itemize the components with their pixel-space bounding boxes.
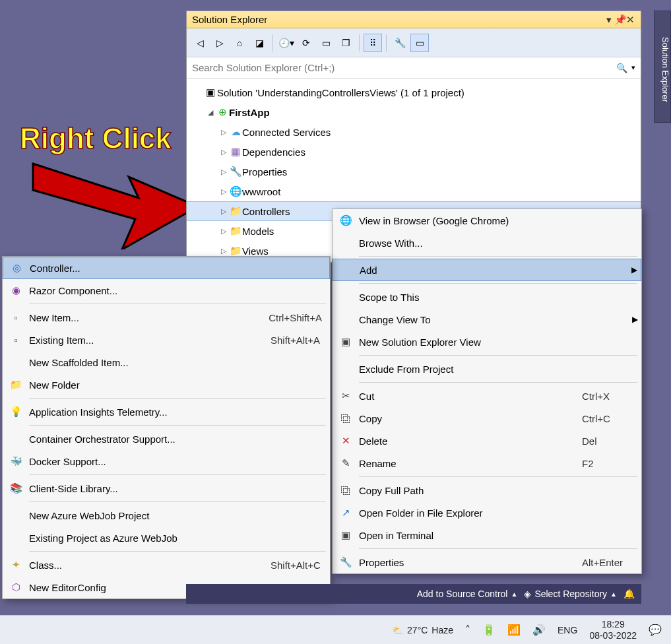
menu-delete[interactable]: ✕DeleteDel bbox=[333, 430, 641, 452]
search-box[interactable]: 🔍 ▾ bbox=[187, 57, 641, 79]
submenu-new-webjob[interactable]: New Azure WebJob Project bbox=[3, 504, 330, 527]
home-icon[interactable]: ⌂ bbox=[230, 34, 249, 52]
status-add-source-control[interactable]: Add to Source Control▲ bbox=[417, 589, 518, 599]
switch-view-icon[interactable]: ◪ bbox=[250, 34, 269, 52]
submenu-controller[interactable]: ◎Controller... bbox=[3, 257, 330, 279]
menu-cut[interactable]: ✂CutCtrl+X bbox=[333, 385, 641, 407]
menu-divider bbox=[29, 501, 326, 502]
preview-selected-items-icon[interactable]: ▭ bbox=[410, 34, 429, 52]
new-item-icon: ▫ bbox=[3, 312, 29, 323]
show-all-files-icon[interactable]: ❐ bbox=[336, 34, 355, 52]
taskbar-language[interactable]: ENG bbox=[558, 625, 577, 635]
taskbar-battery-icon[interactable]: 🔋 bbox=[482, 624, 495, 636]
properties-node[interactable]: ▷🔧 Properties bbox=[187, 162, 641, 181]
taskbar-volume-icon[interactable]: 🔊 bbox=[532, 624, 546, 636]
menu-new-solution-view[interactable]: ▣New Solution Explorer View bbox=[333, 331, 641, 353]
repo-icon: ◈ bbox=[524, 589, 531, 599]
menu-rename[interactable]: ✎RenameF2 bbox=[333, 452, 641, 474]
nav-forward-icon[interactable]: ▷ bbox=[210, 34, 229, 52]
razor-icon: ◉ bbox=[3, 284, 29, 296]
copy-path-icon: ⿻ bbox=[333, 485, 359, 496]
project-node[interactable]: ◢⊕ FirstApp bbox=[187, 102, 641, 122]
connected-services-node[interactable]: ▷☁ Connected Services bbox=[187, 122, 641, 142]
search-input[interactable] bbox=[192, 62, 616, 73]
globe-icon: 🌐 bbox=[229, 185, 242, 197]
connected-services-icon: ☁ bbox=[229, 126, 242, 138]
pending-changes-filter-icon[interactable]: 🕘▾ bbox=[277, 34, 296, 52]
menu-copy-full-path[interactable]: ⿻Copy Full Path bbox=[333, 479, 641, 501]
panel-titlebar: Solution Explorer ▾ 📌 ✕ bbox=[187, 11, 641, 28]
collapse-all-icon[interactable]: ▭ bbox=[317, 34, 335, 52]
taskbar-weather[interactable]: ⛅ 27°C Haze bbox=[392, 625, 453, 635]
sync-icon[interactable]: ⟳ bbox=[297, 34, 315, 52]
menu-browse-with[interactable]: Browse With... bbox=[333, 232, 641, 254]
annotation-arrow-icon bbox=[26, 150, 198, 249]
windows-taskbar: ⛅ 27°C Haze ˄ 🔋 📶 🔊 ENG 18:29 08-03-2022… bbox=[0, 615, 671, 644]
menu-open-terminal[interactable]: ▣Open in Terminal bbox=[333, 524, 641, 546]
panel-toolbar: ◁ ▷ ⌂ ◪ 🕘▾ ⟳ ▭ ❐ ⠿ 🔧 ▭ bbox=[187, 28, 641, 57]
status-notifications-icon[interactable]: 🔔 bbox=[623, 589, 635, 599]
folder-icon: 📁 bbox=[229, 205, 242, 217]
menu-change-view-to[interactable]: Change View To▶ bbox=[333, 308, 641, 331]
open-external-icon: ↗ bbox=[333, 507, 359, 519]
window-pin-icon[interactable]: 📌 bbox=[614, 14, 625, 26]
window-dropdown-icon[interactable]: ▾ bbox=[604, 14, 614, 26]
csharp-project-icon: ⊕ bbox=[216, 106, 229, 118]
menu-view-in-browser[interactable]: 🌐 View in Browser (Google Chrome) bbox=[333, 209, 641, 232]
menu-divider bbox=[359, 382, 637, 383]
dependencies-node[interactable]: ▷▦ Dependencies bbox=[187, 142, 641, 162]
submenu-app-insights[interactable]: 💡Application Insights Telemetry... bbox=[3, 401, 330, 423]
menu-exclude[interactable]: Exclude From Project bbox=[333, 358, 641, 380]
menu-divider bbox=[29, 425, 326, 426]
status-select-repository[interactable]: ◈ Select Repository▲ bbox=[524, 589, 617, 599]
wrench-icon: 🔧 bbox=[229, 166, 242, 177]
panel-title-text: Solution Explorer bbox=[192, 14, 604, 25]
solution-explorer-vertical-tab[interactable]: Solution Explorer bbox=[654, 11, 671, 123]
taskbar-clock[interactable]: 18:29 08-03-2022 bbox=[589, 619, 637, 640]
properties-icon[interactable]: 🔧 bbox=[391, 34, 409, 52]
class-icon: ✦ bbox=[3, 559, 29, 571]
submenu-new-folder[interactable]: 📁New Folder bbox=[3, 373, 330, 396]
search-icon[interactable]: 🔍 bbox=[616, 63, 627, 73]
submenu-new-item[interactable]: ▫New Item...Ctrl+Shift+A bbox=[3, 306, 330, 329]
menu-divider bbox=[359, 283, 637, 284]
taskbar-chevron-up-icon[interactable]: ˄ bbox=[465, 624, 470, 636]
submenu-razor-component[interactable]: ◉Razor Component... bbox=[3, 279, 330, 302]
delete-icon: ✕ bbox=[333, 435, 359, 447]
cut-icon: ✂ bbox=[333, 390, 359, 402]
menu-scope-to-this[interactable]: Scope to This bbox=[333, 286, 641, 308]
menu-copy[interactable]: ⿻CopyCtrl+C bbox=[333, 407, 641, 430]
browser-icon: 🌐 bbox=[333, 214, 359, 226]
nav-back-icon[interactable]: ◁ bbox=[191, 34, 209, 52]
menu-open-folder[interactable]: ↗Open Folder in File Explorer bbox=[333, 501, 641, 524]
vs-statusbar: Add to Source Control▲ ◈ Select Reposito… bbox=[186, 584, 641, 604]
menu-divider bbox=[29, 474, 326, 475]
submenu-arrow-icon: ▶ bbox=[628, 315, 641, 324]
menu-divider bbox=[29, 304, 326, 304]
wwwroot-node[interactable]: ▷🌐 wwwroot bbox=[187, 181, 641, 201]
taskbar-wifi-icon[interactable]: 📶 bbox=[507, 624, 521, 636]
submenu-container-support[interactable]: Container Orchestrator Support... bbox=[3, 428, 330, 450]
dependencies-icon: ▦ bbox=[229, 146, 242, 158]
window-close-icon[interactable]: ✕ bbox=[625, 14, 635, 26]
menu-properties[interactable]: 🔧PropertiesAlt+Enter bbox=[333, 551, 641, 573]
taskbar-notifications-icon[interactable]: 💬 bbox=[649, 624, 662, 636]
solution-icon: ▣ bbox=[204, 86, 217, 98]
menu-add[interactable]: Add ▶ bbox=[333, 259, 641, 281]
menu-divider bbox=[359, 548, 637, 549]
submenu-docker-support[interactable]: 🐳Docker Support... bbox=[3, 450, 330, 472]
track-active-item-icon[interactable]: ⠿ bbox=[364, 34, 382, 52]
submenu-scaffolded-item[interactable]: New Scaffolded Item... bbox=[3, 351, 330, 373]
controller-icon: ◎ bbox=[3, 262, 30, 274]
menu-divider bbox=[359, 256, 637, 257]
submenu-class[interactable]: ✦Class...Shift+Alt+C bbox=[3, 554, 330, 576]
wrench-icon: 🔧 bbox=[333, 556, 359, 568]
app-insights-icon: 💡 bbox=[3, 406, 29, 418]
submenu-client-side-library[interactable]: 📚Client-Side Library... bbox=[3, 477, 330, 499]
solution-node[interactable]: ▣ Solution 'UnderstandingControllersView… bbox=[187, 82, 641, 102]
submenu-existing-webjob[interactable]: Existing Project as Azure WebJob bbox=[3, 527, 330, 549]
search-dropdown-icon[interactable]: ▾ bbox=[631, 63, 635, 72]
folder-icon: 📁 bbox=[229, 245, 242, 257]
copy-icon: ⿻ bbox=[333, 413, 359, 424]
submenu-existing-item[interactable]: ▫Existing Item...Shift+Alt+A bbox=[3, 329, 330, 351]
